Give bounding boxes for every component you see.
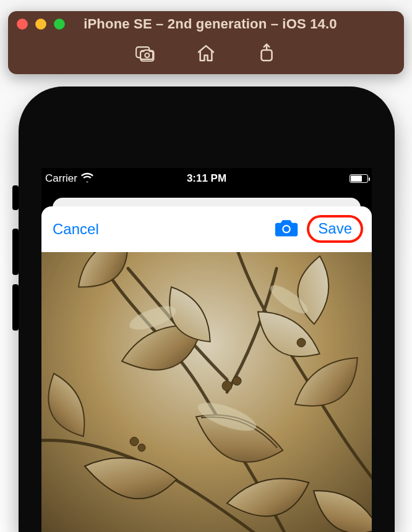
modal-sheet: Cancel Save (41, 206, 372, 532)
camera-icon (274, 217, 299, 240)
window-controls (17, 19, 65, 30)
home-icon (195, 43, 217, 66)
battery-icon (350, 174, 368, 183)
cancel-button[interactable]: Cancel (53, 221, 99, 238)
wifi-icon (81, 172, 93, 185)
device-frame: Carrier 3:11 PM Cancel (19, 87, 395, 532)
zoom-window-button[interactable] (54, 19, 65, 30)
home-button[interactable] (194, 42, 218, 67)
simulator-titlebar: iPhone SE – 2nd generation – iOS 14.0 (8, 11, 404, 37)
close-window-button[interactable] (17, 19, 28, 30)
volume-down-button[interactable] (12, 284, 19, 331)
svg-rect-3 (262, 50, 272, 61)
share-icon (256, 43, 277, 66)
simulator-window: iPhone SE – 2nd generation – iOS 14.0 (8, 11, 404, 74)
photo-preview[interactable] (41, 252, 372, 532)
sheet-navbar: Cancel Save (41, 206, 372, 252)
save-button[interactable]: Save (307, 215, 363, 243)
svg-point-5 (284, 227, 290, 232)
share-button[interactable] (254, 42, 279, 67)
camera-button[interactable] (273, 216, 299, 242)
device-screen: Carrier 3:11 PM Cancel (41, 168, 372, 532)
minimize-window-button[interactable] (35, 19, 46, 30)
volume-up-button[interactable] (12, 229, 19, 275)
screenshot-icon (135, 43, 156, 66)
carrier-label: Carrier (45, 172, 77, 185)
status-bar: Carrier 3:11 PM (41, 168, 372, 189)
clock: 3:11 PM (187, 172, 226, 185)
simulator-toolbar (8, 37, 404, 72)
simulator-title: iPhone SE – 2nd generation – iOS 14.0 (74, 16, 347, 32)
screenshot-button[interactable] (133, 42, 158, 67)
svg-rect-15 (41, 252, 372, 532)
mute-switch[interactable] (12, 185, 19, 210)
